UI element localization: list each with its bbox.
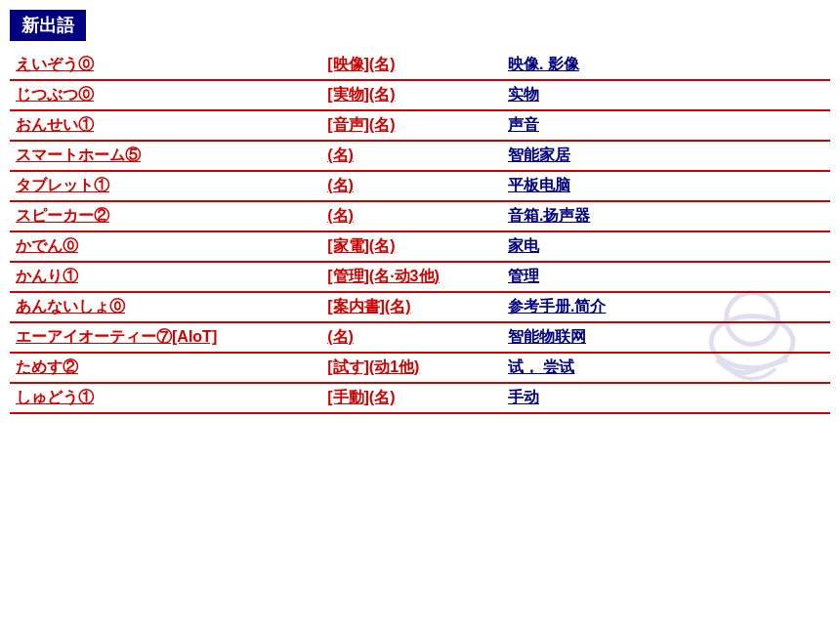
chinese-meaning: 映像. 影像 xyxy=(502,51,830,80)
table-row: えいぞう⓪[映像](名)映像. 影像 xyxy=(10,51,830,80)
kanji-form: [手動](名) xyxy=(321,383,502,413)
chinese-meaning: 实物 xyxy=(502,80,830,110)
watermark-icon xyxy=(693,277,811,395)
kanji-form: [家電](名) xyxy=(321,231,502,262)
kanji-form: (名) xyxy=(321,201,502,231)
kanji-form: [試す](动1他) xyxy=(321,353,502,383)
japanese-reading: ためす② xyxy=(10,353,321,383)
japanese-reading: タブレット① xyxy=(10,171,321,201)
kanji-form: [実物](名) xyxy=(321,80,502,110)
table-row: スピーカー②(名)音箱.扬声器 xyxy=(10,201,830,231)
page-container: · 新出語 えいぞう⓪[映像](名)映像. 影像じつぶつ⓪[実物](名)实物おん… xyxy=(0,0,840,424)
table-row: かでん⓪[家電](名)家电 xyxy=(10,231,830,262)
table-row: タブレット①(名)平板电脑 xyxy=(10,171,830,201)
chinese-meaning: 智能家居 xyxy=(502,141,830,171)
japanese-reading: えいぞう⓪ xyxy=(10,51,321,80)
japanese-reading: エーアイオーティー⑦[AIoT] xyxy=(10,322,321,353)
chinese-meaning: 声音 xyxy=(502,110,830,141)
table-row: じつぶつ⓪[実物](名)实物 xyxy=(10,80,830,110)
kanji-form: (名) xyxy=(321,322,502,353)
kanji-form: [管理](名·动3他) xyxy=(321,262,502,292)
kanji-form: [音声](名) xyxy=(321,110,502,141)
japanese-reading: おんせい① xyxy=(10,110,321,141)
japanese-reading: じつぶつ⓪ xyxy=(10,80,321,110)
chinese-meaning: 平板电脑 xyxy=(502,171,830,201)
japanese-reading: かでん⓪ xyxy=(10,231,321,262)
japanese-reading: あんないしょ⓪ xyxy=(10,292,321,322)
kanji-form: [映像](名) xyxy=(321,51,502,80)
table-row: スマートホーム⑤(名)智能家居 xyxy=(10,141,830,171)
dot: · xyxy=(78,8,81,19)
section-title: 新出語 xyxy=(10,10,86,41)
chinese-meaning: 音箱.扬声器 xyxy=(502,201,830,231)
kanji-form: (名) xyxy=(321,141,502,171)
chinese-meaning: 家电 xyxy=(502,231,830,262)
japanese-reading: スピーカー② xyxy=(10,201,321,231)
table-row: おんせい①[音声](名)声音 xyxy=(10,110,830,141)
japanese-reading: かんり① xyxy=(10,262,321,292)
japanese-reading: スマートホーム⑤ xyxy=(10,141,321,171)
kanji-form: [案内書](名) xyxy=(321,292,502,322)
japanese-reading: しゅどう① xyxy=(10,383,321,413)
kanji-form: (名) xyxy=(321,171,502,201)
